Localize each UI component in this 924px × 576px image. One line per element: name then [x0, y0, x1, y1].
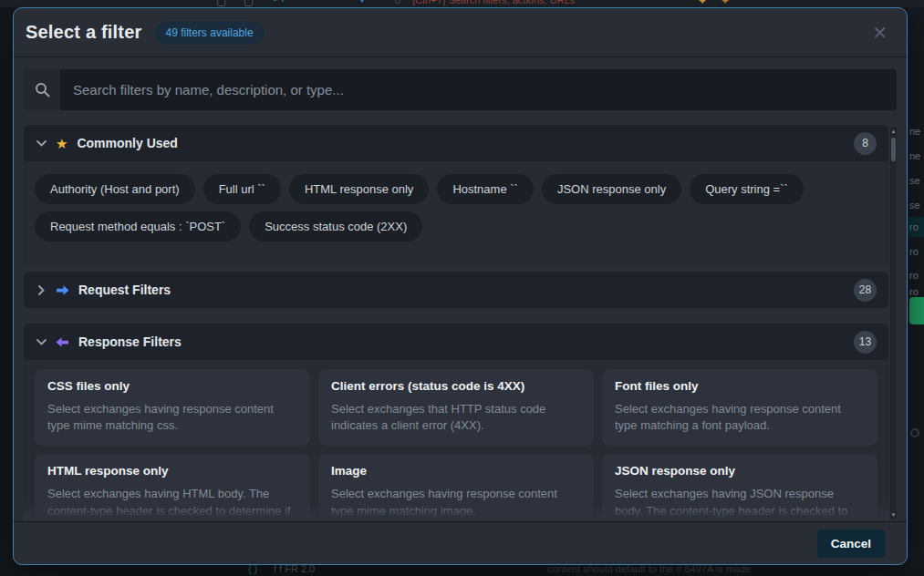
filter-card-title: Client errors (status code is 4XX): [331, 379, 581, 393]
background-fragment: ne: [909, 150, 920, 161]
filter-search-bar: [24, 69, 897, 110]
section-commonly-used: ★ Commonly Used 8 Authority (Host and po…: [24, 125, 888, 266]
filter-card-description: Select exchanges having HTML body. The c…: [47, 486, 297, 521]
filter-card-description: Select exchanges having response content…: [331, 486, 581, 519]
scroll-up-icon[interactable]: ▲: [890, 128, 897, 135]
filter-card[interactable]: CSS files only Select exchanges having r…: [35, 369, 310, 446]
section-label: Response Filters: [78, 334, 182, 349]
background-icon: ✦: [721, 0, 730, 7]
search-icon: [24, 69, 60, 110]
section-label: Request Filters: [78, 283, 171, 297]
chevron-down-icon: [36, 140, 47, 147]
close-icon[interactable]: ✕: [865, 20, 895, 46]
background-fragment: ro: [909, 270, 919, 281]
filter-chip[interactable]: Query string =``: [690, 174, 804, 204]
chevron-right-icon: [36, 285, 47, 295]
star-icon: ★: [56, 137, 67, 150]
filter-chip[interactable]: Request method equals : `POST`: [35, 211, 241, 242]
filter-chip[interactable]: Authority (Host and port): [35, 174, 195, 204]
dropdown-caret-icon: ▼: [358, 0, 367, 5]
filters-available-badge: 49 filters available: [155, 21, 265, 45]
filter-card[interactable]: Font files only Select exchanges having …: [602, 369, 877, 446]
section-count-badge: 28: [854, 279, 877, 302]
filter-card[interactable]: HTML response only Select exchanges havi…: [35, 454, 310, 521]
filter-card-description: Select exchanges having JSON response bo…: [615, 486, 865, 521]
background-fragment: ro: [909, 286, 919, 297]
section-count-badge: 13: [854, 331, 877, 354]
background-icon: ▢: [244, 0, 254, 7]
select-filter-dialog: Select a filter 49 filters available ✕ ★…: [13, 7, 908, 565]
filter-chip[interactable]: JSON response only: [542, 174, 681, 204]
dialog-header: Select a filter 49 filters available ✕: [14, 8, 907, 57]
background-fragment: f f FR 2.0: [274, 565, 315, 574]
filter-card-title: HTML response only: [47, 464, 297, 478]
background-fragment: ro: [909, 221, 919, 232]
filter-card-description: Select exchanges having response content…: [47, 401, 297, 434]
background-fragment: se: [909, 175, 920, 186]
background-circle-icon: [910, 428, 919, 437]
section-header-response-filters[interactable]: Response Filters 13: [24, 324, 888, 360]
scroll-down-icon[interactable]: ▼: [890, 511, 897, 519]
background-right-strip: neneseserorororo: [908, 7, 924, 576]
filter-card-description: Select exchanges that HTTP status code i…: [331, 401, 581, 434]
scrollbar-thumb[interactable]: [891, 138, 896, 161]
filter-card-title: JSON response only: [615, 464, 865, 478]
commonly-used-chip-list: Authority (Host and port)Full url ``HTML…: [24, 161, 888, 266]
dialog-title: Select a filter: [26, 22, 142, 43]
filter-chip[interactable]: Hostname ``: [437, 174, 534, 204]
response-filter-card-grid: CSS files only Select exchanges having r…: [24, 360, 888, 521]
section-response-filters: Response Filters 13 CSS files only Selec…: [24, 324, 888, 521]
background-icon: ✦: [698, 0, 707, 7]
filter-card[interactable]: Client errors (status code is 4XX) Selec…: [318, 369, 594, 446]
background-fragment: se: [909, 200, 920, 211]
background-fragment: ne: [909, 126, 920, 137]
search-input[interactable]: [60, 69, 897, 110]
filter-chip[interactable]: HTML response only: [289, 174, 429, 204]
arrow-left-icon: [56, 335, 69, 349]
filter-list-scroll-area[interactable]: ★ Commonly Used 8 Authority (Host and po…: [24, 125, 897, 521]
dialog-footer: Cancel: [14, 521, 907, 564]
section-request-filters: Request Filters 28: [24, 272, 888, 308]
background-search-hint: [Ctrl+T] Search filters, actions, URLs: [412, 0, 575, 5]
filter-card-description: Select exchanges having response content…: [615, 401, 865, 434]
dialog-body: ★ Commonly Used 8 Authority (Host and po…: [14, 57, 907, 521]
background-fragment: ro: [909, 246, 919, 257]
background-green-button: [909, 297, 924, 324]
background-bottom-strip: { } f f FR 2.0 content should default to…: [0, 565, 924, 576]
section-label: Commonly Used: [77, 136, 177, 150]
chevron-down-icon: [36, 339, 47, 345]
filter-card[interactable]: Image Select exchanges having response c…: [318, 454, 594, 521]
background-fragment: content should default to the # 6497A is…: [547, 565, 751, 574]
filter-card-title: Font files only: [615, 379, 865, 393]
filter-chip[interactable]: Success status code (2XX): [249, 211, 422, 242]
filter-chip[interactable]: Full url ``: [203, 174, 281, 204]
background-icon: ▢: [216, 0, 226, 7]
arrow-right-icon: [56, 283, 69, 297]
filter-card-title: Image: [331, 464, 581, 478]
filter-card-title: CSS files only: [47, 379, 297, 393]
search-glass-icon: ○: [394, 0, 400, 7]
braces-icon: { }: [248, 565, 257, 574]
section-count-badge: 8: [854, 132, 877, 155]
background-toolbar-strip: ▢ ▢ ◉ capture ▼ ○ [Ctrl+T] Search filter…: [0, 0, 924, 7]
filter-card[interactable]: JSON response only Select exchanges havi…: [602, 454, 877, 521]
scrollbar[interactable]: ▲ ▼: [890, 127, 897, 519]
cancel-button[interactable]: Cancel: [817, 530, 885, 558]
section-header-commonly-used[interactable]: ★ Commonly Used 8: [24, 125, 888, 161]
section-header-request-filters[interactable]: Request Filters 28: [24, 272, 888, 308]
